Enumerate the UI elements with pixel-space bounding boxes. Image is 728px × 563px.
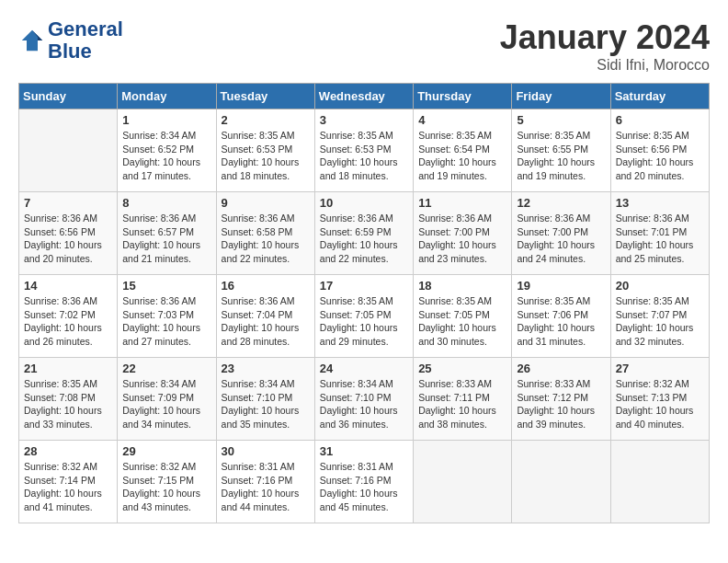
day-detail: Sunrise: 8:35 AM Sunset: 6:53 PM Dayligh… (320, 129, 408, 183)
calendar-cell: 2Sunrise: 8:35 AM Sunset: 6:53 PM Daylig… (216, 109, 314, 192)
day-number: 11 (418, 196, 506, 210)
day-detail: Sunrise: 8:31 AM Sunset: 7:16 PM Dayligh… (222, 460, 310, 514)
title-block: January 2024 Sidi Ifni, Morocco (500, 18, 710, 74)
calendar-cell (610, 441, 709, 523)
day-detail: Sunrise: 8:36 AM Sunset: 6:59 PM Dayligh… (320, 212, 408, 266)
calendar-cell: 27Sunrise: 8:32 AM Sunset: 7:13 PM Dayli… (610, 358, 709, 441)
logo: General Blue (18, 18, 123, 63)
calendar-cell: 1Sunrise: 8:34 AM Sunset: 6:52 PM Daylig… (118, 109, 216, 192)
day-detail: Sunrise: 8:32 AM Sunset: 7:14 PM Dayligh… (24, 460, 112, 514)
calendar-cell: 30Sunrise: 8:31 AM Sunset: 7:16 PM Dayli… (216, 441, 314, 523)
calendar-cell: 5Sunrise: 8:35 AM Sunset: 6:55 PM Daylig… (512, 109, 610, 192)
calendar-cell: 15Sunrise: 8:36 AM Sunset: 7:03 PM Dayli… (118, 275, 216, 358)
weekday-header-wednesday: Wednesday (314, 84, 413, 109)
weekday-header-tuesday: Tuesday (216, 84, 314, 109)
logo-icon (18, 27, 46, 54)
day-number: 7 (24, 196, 112, 210)
day-detail: Sunrise: 8:35 AM Sunset: 7:08 PM Dayligh… (24, 377, 112, 431)
logo-line2: Blue (48, 40, 123, 63)
calendar-cell: 13Sunrise: 8:36 AM Sunset: 7:01 PM Dayli… (610, 192, 709, 275)
day-detail: Sunrise: 8:36 AM Sunset: 7:00 PM Dayligh… (418, 212, 506, 266)
day-detail: Sunrise: 8:36 AM Sunset: 7:01 PM Dayligh… (616, 212, 704, 266)
day-number: 24 (320, 362, 408, 375)
calendar-cell: 19Sunrise: 8:35 AM Sunset: 7:06 PM Dayli… (512, 275, 610, 358)
calendar-cell: 12Sunrise: 8:36 AM Sunset: 7:00 PM Dayli… (512, 192, 610, 275)
day-number: 19 (517, 279, 605, 293)
day-detail: Sunrise: 8:36 AM Sunset: 6:57 PM Dayligh… (122, 212, 210, 266)
day-detail: Sunrise: 8:36 AM Sunset: 6:56 PM Dayligh… (24, 212, 112, 266)
calendar-cell: 14Sunrise: 8:36 AM Sunset: 7:02 PM Dayli… (19, 275, 118, 358)
calendar-cell: 21Sunrise: 8:35 AM Sunset: 7:08 PM Dayli… (19, 358, 118, 441)
day-detail: Sunrise: 8:35 AM Sunset: 7:05 PM Dayligh… (320, 294, 408, 349)
weekday-header-row: SundayMondayTuesdayWednesdayThursdayFrid… (19, 84, 710, 109)
day-number: 31 (320, 444, 408, 458)
calendar-cell: 31Sunrise: 8:31 AM Sunset: 7:16 PM Dayli… (314, 441, 413, 523)
calendar-cell: 8Sunrise: 8:36 AM Sunset: 6:57 PM Daylig… (118, 192, 216, 275)
day-number: 6 (616, 113, 704, 127)
week-row-1: 1Sunrise: 8:34 AM Sunset: 6:52 PM Daylig… (19, 109, 710, 192)
calendar-cell: 11Sunrise: 8:36 AM Sunset: 7:00 PM Dayli… (414, 192, 512, 275)
logo-line1: General (48, 18, 123, 40)
day-detail: Sunrise: 8:36 AM Sunset: 7:04 PM Dayligh… (222, 294, 310, 349)
calendar-cell: 7Sunrise: 8:36 AM Sunset: 6:56 PM Daylig… (19, 192, 118, 275)
calendar-cell (414, 441, 512, 523)
calendar-cell: 25Sunrise: 8:33 AM Sunset: 7:11 PM Dayli… (414, 358, 512, 441)
day-detail: Sunrise: 8:36 AM Sunset: 7:02 PM Dayligh… (24, 294, 112, 349)
day-number: 13 (616, 196, 704, 210)
weekday-header-saturday: Saturday (610, 84, 709, 109)
day-number: 28 (24, 444, 112, 458)
day-number: 20 (616, 279, 704, 293)
day-detail: Sunrise: 8:35 AM Sunset: 7:05 PM Dayligh… (418, 294, 506, 349)
header: General Blue January 2024 Sidi Ifni, Mor… (18, 18, 710, 74)
day-detail: Sunrise: 8:33 AM Sunset: 7:12 PM Dayligh… (517, 377, 605, 431)
day-number: 25 (418, 362, 506, 375)
weekday-header-sunday: Sunday (19, 84, 118, 109)
day-number: 1 (122, 113, 210, 127)
day-detail: Sunrise: 8:36 AM Sunset: 6:58 PM Dayligh… (222, 212, 310, 266)
day-number: 9 (222, 196, 310, 210)
day-number: 26 (517, 362, 605, 375)
week-row-5: 28Sunrise: 8:32 AM Sunset: 7:14 PM Dayli… (19, 441, 710, 523)
calendar-cell: 28Sunrise: 8:32 AM Sunset: 7:14 PM Dayli… (19, 441, 118, 523)
day-detail: Sunrise: 8:33 AM Sunset: 7:11 PM Dayligh… (418, 377, 506, 431)
day-number: 30 (222, 444, 310, 458)
logo-text: General Blue (48, 18, 123, 63)
calendar-cell: 26Sunrise: 8:33 AM Sunset: 7:12 PM Dayli… (512, 358, 610, 441)
day-number: 8 (122, 196, 210, 210)
weekday-header-friday: Friday (512, 84, 610, 109)
weekday-header-thursday: Thursday (414, 84, 512, 109)
day-detail: Sunrise: 8:32 AM Sunset: 7:13 PM Dayligh… (616, 377, 704, 431)
day-detail: Sunrise: 8:34 AM Sunset: 7:09 PM Dayligh… (122, 377, 210, 431)
day-number: 15 (122, 279, 210, 293)
calendar-cell (512, 441, 610, 523)
day-detail: Sunrise: 8:34 AM Sunset: 6:52 PM Dayligh… (122, 129, 210, 183)
day-number: 2 (222, 113, 310, 127)
calendar-cell: 3Sunrise: 8:35 AM Sunset: 6:53 PM Daylig… (314, 109, 413, 192)
day-number: 5 (517, 113, 605, 127)
day-number: 12 (517, 196, 605, 210)
day-detail: Sunrise: 8:35 AM Sunset: 7:07 PM Dayligh… (616, 294, 704, 349)
calendar-cell: 4Sunrise: 8:35 AM Sunset: 6:54 PM Daylig… (414, 109, 512, 192)
day-number: 10 (320, 196, 408, 210)
calendar-table: SundayMondayTuesdayWednesdayThursdayFrid… (18, 83, 710, 523)
calendar-header: SundayMondayTuesdayWednesdayThursdayFrid… (19, 84, 710, 109)
calendar-cell: 17Sunrise: 8:35 AM Sunset: 7:05 PM Dayli… (314, 275, 413, 358)
calendar-cell: 6Sunrise: 8:35 AM Sunset: 6:56 PM Daylig… (610, 109, 709, 192)
day-number: 3 (320, 113, 408, 127)
calendar-cell: 22Sunrise: 8:34 AM Sunset: 7:09 PM Dayli… (118, 358, 216, 441)
day-detail: Sunrise: 8:35 AM Sunset: 6:56 PM Dayligh… (616, 129, 704, 183)
week-row-3: 14Sunrise: 8:36 AM Sunset: 7:02 PM Dayli… (19, 275, 710, 358)
day-detail: Sunrise: 8:35 AM Sunset: 6:55 PM Dayligh… (517, 129, 605, 183)
day-number: 27 (616, 362, 704, 375)
week-row-4: 21Sunrise: 8:35 AM Sunset: 7:08 PM Dayli… (19, 358, 710, 441)
calendar-cell: 9Sunrise: 8:36 AM Sunset: 6:58 PM Daylig… (216, 192, 314, 275)
calendar-body: 1Sunrise: 8:34 AM Sunset: 6:52 PM Daylig… (19, 109, 710, 523)
day-detail: Sunrise: 8:32 AM Sunset: 7:15 PM Dayligh… (122, 460, 210, 514)
day-detail: Sunrise: 8:36 AM Sunset: 7:00 PM Dayligh… (517, 212, 605, 266)
day-number: 16 (222, 279, 310, 293)
day-number: 22 (122, 362, 210, 375)
day-number: 4 (418, 113, 506, 127)
day-detail: Sunrise: 8:35 AM Sunset: 7:06 PM Dayligh… (517, 294, 605, 349)
calendar-cell: 29Sunrise: 8:32 AM Sunset: 7:15 PM Dayli… (118, 441, 216, 523)
day-number: 29 (122, 444, 210, 458)
